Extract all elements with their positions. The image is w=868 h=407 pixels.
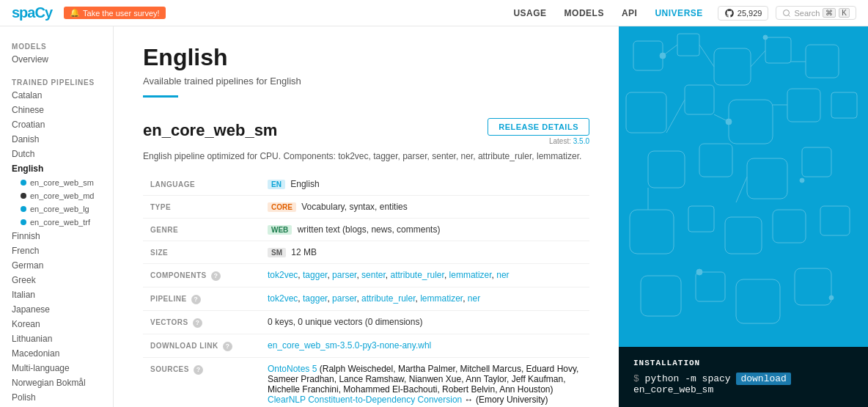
sidebar-en-trf[interactable]: en_core_web_trf <box>0 216 113 229</box>
type-value: Vocabulary, syntax, entities <box>301 202 408 212</box>
sidebar-en-lg[interactable]: en_core_web_lg <box>0 202 113 216</box>
sidebar-english[interactable]: English <box>0 161 113 176</box>
svg-rect-21 <box>641 276 681 316</box>
svg-rect-23 <box>736 279 780 323</box>
tag-sm: SM <box>268 248 286 257</box>
table-row: VECTORS ? 0 keys, 0 unique vectors (0 di… <box>143 311 589 334</box>
help-icon-download[interactable]: ? <box>223 342 232 351</box>
component-lemmatizer[interactable]: lemmatizer <box>449 270 492 280</box>
table-row: COMPONENTS ? tok2vec, tagger, parser, se… <box>143 264 589 287</box>
source-ontonotes[interactable]: OntoNotes 5 <box>268 364 317 374</box>
label-download: DOWNLOAD LINK ? <box>143 334 260 358</box>
svg-rect-16 <box>630 210 674 254</box>
help-icon-sources[interactable]: ? <box>194 365 203 375</box>
sidebar-finnish[interactable]: Finnish <box>0 229 113 243</box>
cmd-python: python -m spacy <box>645 373 737 384</box>
sidebar-korean[interactable]: Korean <box>0 317 113 331</box>
pipeline-ner[interactable]: ner <box>468 293 480 304</box>
sidebar-polish[interactable]: Polish <box>0 390 113 405</box>
search-label: Search <box>794 9 820 18</box>
dot-icon <box>21 193 26 199</box>
svg-line-26 <box>699 45 714 67</box>
genre-value: written text (blogs, news, comments) <box>298 224 441 235</box>
sidebar-en-trf-label: en_core_web_trf <box>30 218 90 227</box>
cell-components: tok2vec, tagger, parser, senter, attribu… <box>260 264 589 287</box>
label-vectors: VECTORS ? <box>143 311 260 334</box>
table-row: SOURCES ? OntoNotes 5 (Ralph Weischedel,… <box>143 358 589 408</box>
component-tok2vec[interactable]: tok2vec <box>268 270 298 280</box>
cell-pipeline: tok2vec, tagger, parser, attribute_ruler… <box>260 287 589 311</box>
survey-banner[interactable]: 🔔 Take the user survey! <box>64 7 166 19</box>
label-sources: SOURCES ? <box>143 358 260 408</box>
label-components: COMPONENTS ? <box>143 264 260 287</box>
circuit-background <box>619 26 868 356</box>
sidebar-danish[interactable]: Danish <box>0 132 113 147</box>
nav-api[interactable]: API <box>614 5 645 21</box>
search-kbd2: K <box>839 8 850 18</box>
github-stars: 25,929 <box>738 9 762 18</box>
download-link[interactable]: en_core_web_sm-3.5.0-py3-none-any.whl <box>268 340 431 351</box>
sidebar-en-lg-label: en_core_web_lg <box>30 205 89 213</box>
sidebar-croatian[interactable]: Croatian <box>0 117 113 132</box>
sidebar-french[interactable]: French <box>0 243 113 258</box>
help-icon-components[interactable]: ? <box>211 271 221 281</box>
sidebar-en-md[interactable]: en_core_web_md <box>0 189 113 202</box>
nav-models[interactable]: MODELS <box>557 5 611 21</box>
svg-rect-12 <box>648 151 685 188</box>
sidebar-overview[interactable]: Overview <box>0 52 113 67</box>
pipeline-lemmatizer[interactable]: lemmatizer <box>420 293 463 304</box>
label-type: TYPE <box>143 196 260 219</box>
sidebar-catalan[interactable]: Catalan <box>0 88 113 103</box>
component-ner[interactable]: ner <box>496 270 509 280</box>
svg-rect-9 <box>729 100 773 144</box>
nav-usage[interactable]: USAGE <box>506 5 553 21</box>
cell-sources: OntoNotes 5 (Ralph Weischedel, Martha Pa… <box>260 358 589 408</box>
search-button[interactable]: Search ⌘ K <box>776 6 856 20</box>
tag-en: EN <box>268 180 285 189</box>
table-row: GENRE WEB written text (blogs, news, com… <box>143 219 589 241</box>
sidebar-greek[interactable]: Greek <box>0 273 113 287</box>
svg-rect-20 <box>820 206 850 235</box>
release-details-button[interactable]: RELEASE DETAILS <box>488 118 589 136</box>
pipeline-attribute-ruler[interactable]: attribute_ruler <box>361 293 415 304</box>
component-parser[interactable]: parser <box>332 270 356 280</box>
nav-universe[interactable]: UNIVERSE <box>647 5 710 21</box>
sidebar-chinese[interactable]: Chinese <box>0 103 113 117</box>
sidebar-dutch[interactable]: Dutch <box>0 147 113 161</box>
component-tagger[interactable]: tagger <box>303 270 327 280</box>
svg-rect-15 <box>802 147 831 177</box>
svg-point-34 <box>660 53 666 59</box>
sidebar-italian[interactable]: Italian <box>0 287 113 302</box>
sidebar-lithuanian[interactable]: Lithuanian <box>0 331 113 346</box>
model-header: en_core_web_sm RELEASE DETAILS Latest: 3… <box>143 118 589 145</box>
sidebar-german[interactable]: German <box>0 258 113 273</box>
pipeline-tok2vec[interactable]: tok2vec <box>268 293 298 304</box>
sidebar-en-sm[interactable]: en_core_web_sm <box>0 176 113 189</box>
install-box: INSTALLATION $ python -m spacy download … <box>619 347 868 407</box>
pipeline-tagger[interactable]: tagger <box>303 293 327 304</box>
svg-rect-14 <box>747 158 787 199</box>
sidebar-japanese[interactable]: Japanese <box>0 302 113 317</box>
title-underline <box>143 95 178 98</box>
logo: spaCy <box>12 4 52 21</box>
svg-line-33 <box>736 177 747 202</box>
sidebar-multi[interactable]: Multi-language <box>0 361 113 375</box>
svg-rect-2 <box>633 41 663 70</box>
component-attribute-ruler[interactable]: attribute_ruler <box>390 270 444 280</box>
tag-core: CORE <box>268 202 296 212</box>
github-button[interactable]: 25,929 <box>718 6 769 21</box>
table-row: DOWNLOAD LINK ? en_core_web_sm-3.5.0-py3… <box>143 334 589 358</box>
component-senter[interactable]: senter <box>361 270 386 280</box>
source-clearnlp[interactable]: ClearNLP Constituent-to-Dependency Conve… <box>268 395 462 405</box>
page-title: English <box>143 44 589 71</box>
sidebar-norwegian[interactable]: Norwegian Bokmål <box>0 375 113 390</box>
svg-rect-6 <box>806 45 839 78</box>
prompt-symbol: $ <box>633 373 645 384</box>
help-icon-vectors[interactable]: ? <box>193 318 202 328</box>
svg-line-27 <box>751 51 765 67</box>
svg-point-39 <box>829 296 834 300</box>
sidebar-macedonian[interactable]: Macedonian <box>0 346 113 361</box>
survey-icon: 🔔 <box>70 8 80 18</box>
pipeline-parser[interactable]: parser <box>332 293 356 304</box>
help-icon-pipeline[interactable]: ? <box>191 295 201 304</box>
